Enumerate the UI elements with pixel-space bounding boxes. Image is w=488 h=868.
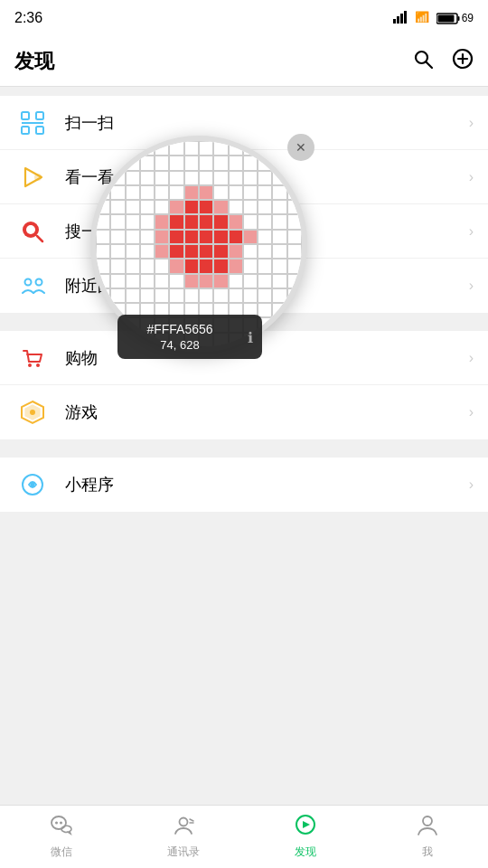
bottom-nav: 微信 通讯录 发现 我 [0,805,488,868]
miniapp-icon-wrap [14,467,51,503]
page-title: 发现 [14,48,54,75]
nearby-chevron: › [469,278,474,294]
svg-rect-7 [437,14,454,22]
miniapp-icon [20,472,45,497]
svg-point-34 [60,822,62,825]
discover-label: 发现 [295,844,316,860]
color-coords: 74, 628 [160,338,199,352]
shop-chevron: › [469,350,474,366]
svg-line-9 [427,61,433,68]
svg-rect-15 [22,127,29,134]
svg-point-31 [31,483,35,487]
look-icon-wrap [14,159,51,195]
svg-text:📶: 📶 [415,10,430,23]
svg-rect-14 [36,112,43,119]
svg-rect-3 [404,11,407,24]
svg-rect-2 [400,14,403,24]
wechat-label: 微信 [51,844,72,860]
wifi-icon: 📶 [415,10,431,26]
nav-item-me[interactable]: 我 [366,814,488,860]
add-icon[interactable] [452,48,474,75]
scan-icon-wrap [14,105,51,141]
miniapp-label: 小程序 [65,474,469,495]
menu-item-scan[interactable]: 扫一扫 › [0,96,488,150]
nav-item-wechat[interactable]: 微信 [0,814,122,860]
svg-point-19 [34,174,42,181]
game-icon [20,400,45,425]
svg-point-24 [36,279,42,286]
signal-icon [393,11,409,26]
svg-point-38 [423,816,432,826]
svg-point-33 [55,822,58,825]
look-icon [20,165,45,190]
game-chevron: › [469,404,474,420]
color-tooltip: #FFFA5656 74, 628 ℹ [117,315,262,359]
wechat-icon [50,814,73,841]
look-chevron: › [469,169,474,185]
svg-point-23 [25,279,32,286]
svg-point-29 [30,410,35,415]
menu-item-game[interactable]: 游戏 › [0,385,488,439]
status-time: 2:36 [14,10,42,26]
status-icons: 📶 69 [393,10,474,26]
svg-rect-1 [397,16,399,24]
game-label: 游戏 [65,401,469,423]
miniapp-chevron: › [469,476,474,493]
discover-icon [294,814,317,841]
header-actions [412,48,474,75]
svg-rect-17 [36,127,43,134]
svg-marker-37 [303,821,310,828]
status-bar: 2:36 📶 69 [0,0,488,36]
shop-icon-wrap [14,340,51,376]
shop-icon [20,345,45,371]
svg-rect-6 [457,16,459,21]
menu-item-miniapp[interactable]: 小程序 › [0,458,488,512]
me-label: 我 [422,844,433,860]
svg-point-25 [28,363,32,367]
svg-rect-0 [393,19,396,24]
search-chevron: › [469,223,474,240]
svg-point-35 [179,818,187,826]
search-icon[interactable] [412,48,434,75]
scan-chevron: › [469,115,474,131]
menu-group-3: 小程序 › [0,458,488,512]
nav-item-discover[interactable]: 发现 [244,814,366,860]
header: 发现 [0,36,488,87]
nearby-icon [20,273,45,298]
game-icon-wrap [14,394,51,430]
contacts-icon [172,814,195,841]
svg-rect-13 [22,112,29,119]
svg-point-26 [36,363,40,367]
color-hex: #FFFA5656 [146,322,212,336]
svg-line-22 [37,236,42,241]
nav-item-contacts[interactable]: 通讯录 [122,814,244,860]
nearby-icon-wrap [14,268,51,304]
contacts-label: 通讯录 [167,844,200,860]
scan-label: 扫一扫 [65,112,469,134]
close-icon: ✕ [296,140,306,155]
search-menu-icon [20,219,45,244]
info-icon: ℹ [248,328,253,345]
scan-icon [20,110,45,136]
me-icon [416,814,439,841]
battery-icon: 69 [436,12,474,24]
section-sep-2 [0,439,488,448]
search-menu-icon-wrap [14,213,51,250]
magnifier-close-button[interactable]: ✕ [287,134,314,161]
